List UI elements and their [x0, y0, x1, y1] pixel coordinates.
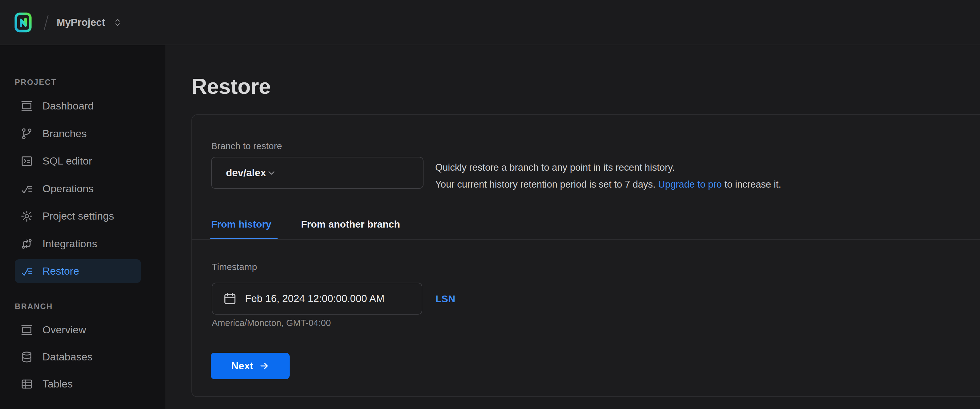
description-line2-prefix: Your current history retention period is…: [435, 179, 658, 190]
project-switcher[interactable]: MyProject: [57, 17, 123, 28]
sidebar-item-label: Dashboard: [43, 100, 94, 112]
project-name: MyProject: [57, 17, 105, 28]
sidebar-item-label: Integrations: [43, 238, 97, 250]
main-content: Restore Branch to restore dev/alex Quick…: [166, 45, 980, 409]
sidebar-item-label: Project settings: [43, 210, 114, 222]
tab-from-history[interactable]: From history: [211, 217, 272, 231]
restore-card: Branch to restore dev/alex Quickly resto…: [191, 114, 980, 397]
description-line2-suffix: to increase it.: [722, 179, 781, 190]
branch-select-value: dev/alex: [226, 167, 266, 179]
neon-logo-icon[interactable]: [14, 11, 32, 33]
window-lines-icon: [20, 100, 33, 113]
sidebar-item-partial[interactable]: [15, 407, 141, 409]
chevrons-up-down-icon: [112, 17, 123, 28]
checklist-icon: [20, 182, 33, 195]
restore-description: Quickly restore a branch to any point in…: [435, 159, 928, 193]
sidebar-item-databases[interactable]: Databases: [15, 345, 141, 369]
sidebar-item-tables[interactable]: Tables: [15, 372, 141, 396]
timestamp-value: Feb 16, 2024 12:00:00.000 AM: [245, 293, 384, 304]
calendar-icon: [223, 292, 245, 306]
sidebar-item-label: Restore: [43, 265, 79, 277]
sidebar-item-overview[interactable]: Overview: [15, 318, 141, 342]
git-branch-icon: [20, 127, 33, 140]
next-button[interactable]: Next: [211, 353, 290, 379]
next-button-label: Next: [231, 360, 253, 372]
sidebar-item-label: Databases: [43, 351, 93, 363]
chevron-down-icon: [266, 167, 277, 178]
tabs-divider: [192, 239, 980, 240]
branch-select-label: Branch to restore: [211, 140, 282, 152]
sidebar-item-dashboard[interactable]: Dashboard: [15, 94, 141, 118]
sidebar-item-label: Tables: [43, 378, 73, 390]
topbar: MyProject: [0, 0, 980, 45]
sidebar: PROJECT Dashboard B: [0, 45, 165, 409]
sidebar-item-restore[interactable]: Restore: [15, 259, 141, 283]
page-title: Restore: [191, 74, 270, 99]
sidebar-item-label: Overview: [43, 324, 86, 336]
sidebar-item-label: Branches: [43, 128, 87, 140]
breadcrumb-slash-icon: [32, 14, 57, 32]
description-line1: Quickly restore a branch to any point in…: [435, 162, 675, 173]
sidebar-item-sql-editor[interactable]: SQL editor: [15, 149, 141, 173]
arrow-right-icon: [259, 361, 269, 371]
sidebar-section-project: PROJECT: [15, 78, 57, 87]
timezone-note: America/Moncton, GMT-04:00: [212, 317, 331, 328]
tab-from-another-branch[interactable]: From another branch: [301, 217, 400, 231]
sidebar-item-label: Operations: [43, 183, 94, 195]
branch-select[interactable]: dev/alex: [211, 157, 423, 189]
timestamp-input[interactable]: Feb 16, 2024 12:00:00.000 AM: [212, 282, 422, 315]
sidebar-item-project-settings[interactable]: Project settings: [15, 204, 141, 228]
app-root: MyProject PROJECT Dashboard: [0, 0, 980, 409]
window-lines-icon: [20, 323, 33, 336]
gear-icon: [20, 210, 33, 223]
repeat-icon: [20, 238, 33, 250]
sidebar-section-branch: BRANCH: [15, 302, 53, 311]
sidebar-item-label: SQL editor: [43, 155, 92, 167]
terminal-icon: [20, 155, 33, 168]
lsn-link[interactable]: LSN: [436, 292, 455, 306]
sidebar-item-branches[interactable]: Branches: [15, 122, 141, 146]
upgrade-to-pro-link[interactable]: Upgrade to pro: [658, 179, 722, 190]
timestamp-label: Timestamp: [212, 261, 257, 273]
database-icon: [20, 350, 33, 363]
sidebar-item-integrations[interactable]: Integrations: [15, 232, 141, 255]
checklist-icon: [20, 265, 33, 278]
table-icon: [20, 377, 33, 390]
sidebar-item-operations[interactable]: Operations: [15, 177, 141, 200]
